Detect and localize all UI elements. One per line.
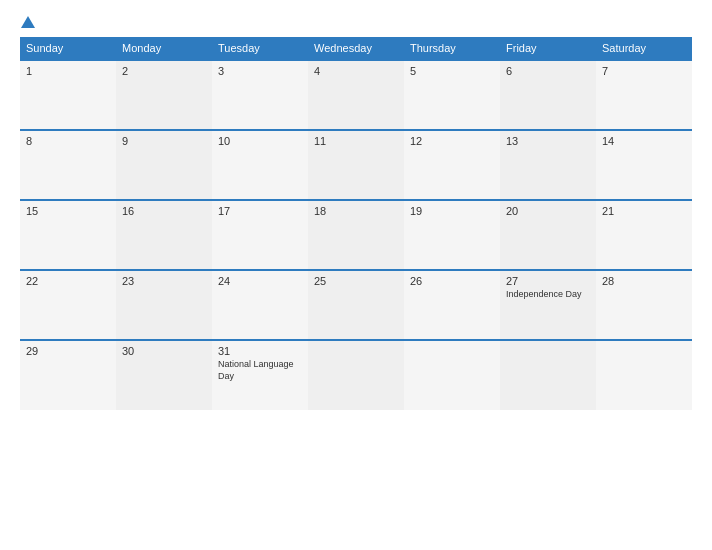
day-number: 30 bbox=[122, 345, 206, 357]
calendar-cell: 25 bbox=[308, 270, 404, 340]
day-number: 23 bbox=[122, 275, 206, 287]
calendar-cell: 18 bbox=[308, 200, 404, 270]
col-header-thursday: Thursday bbox=[404, 37, 500, 60]
calendar-cell: 28 bbox=[596, 270, 692, 340]
calendar-cell: 16 bbox=[116, 200, 212, 270]
holiday-label: Independence Day bbox=[506, 289, 590, 301]
calendar-table: SundayMondayTuesdayWednesdayThursdayFrid… bbox=[20, 37, 692, 410]
day-number: 15 bbox=[26, 205, 110, 217]
day-number: 9 bbox=[122, 135, 206, 147]
calendar-cell: 10 bbox=[212, 130, 308, 200]
day-number: 12 bbox=[410, 135, 494, 147]
calendar-week-4: 222324252627Independence Day28 bbox=[20, 270, 692, 340]
calendar-body: 1234567891011121314151617181920212223242… bbox=[20, 60, 692, 410]
day-number: 2 bbox=[122, 65, 206, 77]
calendar-cell: 13 bbox=[500, 130, 596, 200]
day-number: 10 bbox=[218, 135, 302, 147]
calendar-cell: 29 bbox=[20, 340, 116, 410]
col-header-sunday: Sunday bbox=[20, 37, 116, 60]
col-header-friday: Friday bbox=[500, 37, 596, 60]
calendar-week-2: 891011121314 bbox=[20, 130, 692, 200]
calendar-cell: 17 bbox=[212, 200, 308, 270]
day-number: 8 bbox=[26, 135, 110, 147]
calendar-cell: 31National Language Day bbox=[212, 340, 308, 410]
day-number: 13 bbox=[506, 135, 590, 147]
calendar-cell: 26 bbox=[404, 270, 500, 340]
day-number: 17 bbox=[218, 205, 302, 217]
calendar-cell: 8 bbox=[20, 130, 116, 200]
holiday-label: National Language Day bbox=[218, 359, 302, 382]
day-number: 6 bbox=[506, 65, 590, 77]
calendar-cell: 22 bbox=[20, 270, 116, 340]
day-number: 19 bbox=[410, 205, 494, 217]
calendar-cell: 6 bbox=[500, 60, 596, 130]
calendar-cell: 12 bbox=[404, 130, 500, 200]
calendar-cell bbox=[500, 340, 596, 410]
day-number: 24 bbox=[218, 275, 302, 287]
day-number: 29 bbox=[26, 345, 110, 357]
header bbox=[20, 16, 692, 27]
calendar-cell bbox=[308, 340, 404, 410]
calendar-week-5: 293031National Language Day bbox=[20, 340, 692, 410]
calendar-cell: 14 bbox=[596, 130, 692, 200]
calendar-cell bbox=[596, 340, 692, 410]
day-number: 20 bbox=[506, 205, 590, 217]
calendar-cell: 5 bbox=[404, 60, 500, 130]
day-number: 14 bbox=[602, 135, 686, 147]
calendar-cell: 2 bbox=[116, 60, 212, 130]
calendar-cell: 20 bbox=[500, 200, 596, 270]
calendar-week-3: 15161718192021 bbox=[20, 200, 692, 270]
day-number: 11 bbox=[314, 135, 398, 147]
calendar-cell: 7 bbox=[596, 60, 692, 130]
day-number: 25 bbox=[314, 275, 398, 287]
logo-triangle-icon bbox=[21, 16, 35, 28]
day-number: 3 bbox=[218, 65, 302, 77]
day-number: 16 bbox=[122, 205, 206, 217]
calendar-cell: 19 bbox=[404, 200, 500, 270]
calendar-header-row: SundayMondayTuesdayWednesdayThursdayFrid… bbox=[20, 37, 692, 60]
day-number: 26 bbox=[410, 275, 494, 287]
day-number: 28 bbox=[602, 275, 686, 287]
calendar-cell: 21 bbox=[596, 200, 692, 270]
logo bbox=[20, 16, 35, 27]
day-number: 18 bbox=[314, 205, 398, 217]
day-number: 31 bbox=[218, 345, 302, 357]
calendar-cell: 30 bbox=[116, 340, 212, 410]
day-number: 27 bbox=[506, 275, 590, 287]
calendar-cell: 4 bbox=[308, 60, 404, 130]
col-header-saturday: Saturday bbox=[596, 37, 692, 60]
calendar-cell: 24 bbox=[212, 270, 308, 340]
col-header-tuesday: Tuesday bbox=[212, 37, 308, 60]
calendar-week-1: 1234567 bbox=[20, 60, 692, 130]
calendar-cell: 1 bbox=[20, 60, 116, 130]
day-number: 21 bbox=[602, 205, 686, 217]
col-header-monday: Monday bbox=[116, 37, 212, 60]
calendar-cell: 27Independence Day bbox=[500, 270, 596, 340]
calendar-cell bbox=[404, 340, 500, 410]
calendar-page: SundayMondayTuesdayWednesdayThursdayFrid… bbox=[0, 0, 712, 550]
day-number: 4 bbox=[314, 65, 398, 77]
calendar-cell: 15 bbox=[20, 200, 116, 270]
calendar-cell: 3 bbox=[212, 60, 308, 130]
day-number: 5 bbox=[410, 65, 494, 77]
calendar-cell: 23 bbox=[116, 270, 212, 340]
day-number: 7 bbox=[602, 65, 686, 77]
col-header-wednesday: Wednesday bbox=[308, 37, 404, 60]
day-number: 22 bbox=[26, 275, 110, 287]
calendar-cell: 9 bbox=[116, 130, 212, 200]
calendar-cell: 11 bbox=[308, 130, 404, 200]
day-number: 1 bbox=[26, 65, 110, 77]
